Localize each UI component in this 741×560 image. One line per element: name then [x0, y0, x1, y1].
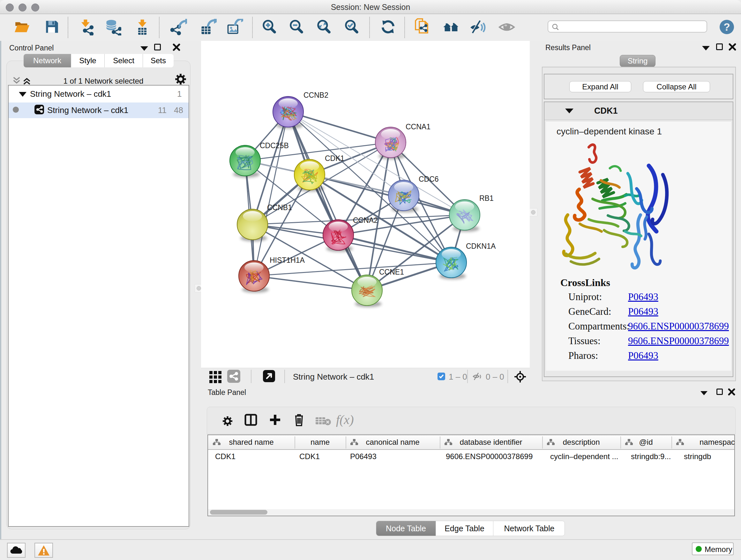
- svg-text:HIST1H1A: HIST1H1A: [270, 256, 305, 264]
- svg-text:CCNE1: CCNE1: [379, 268, 404, 276]
- svg-text:RB1: RB1: [479, 194, 494, 202]
- svg-text:CCNA2: CCNA2: [353, 216, 378, 225]
- svg-text:CCNA1: CCNA1: [406, 123, 430, 131]
- svg-text:CDKN1A: CDKN1A: [466, 242, 496, 250]
- svg-text:CDK1: CDK1: [325, 154, 344, 163]
- svg-text:CDC25B: CDC25B: [260, 141, 289, 150]
- svg-text:CCNB2: CCNB2: [304, 91, 328, 99]
- svg-text:CDC6: CDC6: [419, 175, 439, 183]
- svg-text:CCNB1: CCNB1: [267, 203, 292, 212]
